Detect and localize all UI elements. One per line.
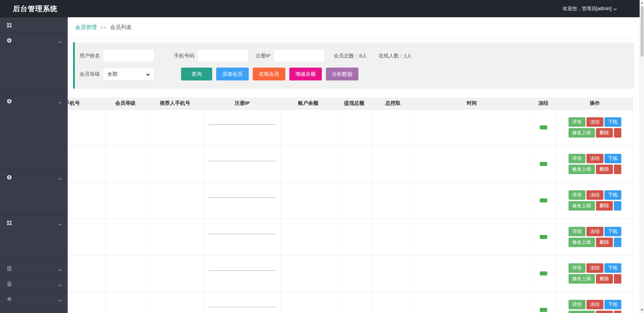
phone-label: 手机号码 xyxy=(174,53,194,59)
time-cell xyxy=(414,109,530,146)
chevron-down-icon xyxy=(146,71,150,77)
referrer-cell xyxy=(146,255,204,292)
offline-button[interactable]: 下线 xyxy=(604,263,621,273)
status-badge[interactable] xyxy=(540,125,547,129)
sidebar-item[interactable] xyxy=(0,17,68,32)
phone-input[interactable] xyxy=(197,49,249,62)
detail-button[interactable]: 详情 xyxy=(569,154,585,163)
scrollbar-down-arrow[interactable] xyxy=(640,308,644,313)
agent-toggle-button[interactable] xyxy=(614,311,621,313)
freeze-button[interactable]: 冻结 xyxy=(586,154,603,163)
chevron-icon xyxy=(58,39,62,44)
ip-location xyxy=(204,307,280,313)
agent-toggle-button[interactable] xyxy=(614,165,621,174)
sidebar-item[interactable] xyxy=(0,215,68,230)
offline-button[interactable]: 下线 xyxy=(604,227,621,236)
sidebar-item[interactable] xyxy=(0,109,68,124)
agent-toggle-button[interactable] xyxy=(614,274,621,284)
delete-button[interactable]: 删除 xyxy=(596,165,613,174)
sidebar-item[interactable] xyxy=(0,245,68,261)
freeze-button[interactable]: 冻结 xyxy=(586,190,603,200)
sidebar-item[interactable] xyxy=(0,93,68,109)
sidebar-item[interactable] xyxy=(0,139,68,154)
modify-superior-button[interactable]: 修改上级 xyxy=(569,201,595,211)
header-phone: 手机号 xyxy=(68,97,105,109)
offline-button[interactable]: 下线 xyxy=(604,300,621,309)
sidebar-item[interactable] xyxy=(0,124,68,139)
freeze-button[interactable]: 冻结 xyxy=(586,300,603,309)
breadcrumb-parent-link[interactable]: 会员管理 xyxy=(75,24,97,31)
agent-toggle-button[interactable] xyxy=(614,201,621,211)
detail-button[interactable]: 详情 xyxy=(569,263,585,273)
status-badge[interactable] xyxy=(540,271,547,275)
register-ip-cell xyxy=(204,109,280,146)
phone-cell xyxy=(68,255,105,292)
chevron-icon xyxy=(58,221,62,227)
yen-icon xyxy=(7,99,12,104)
member-level-cell xyxy=(105,255,146,292)
delete-button[interactable]: 删除 xyxy=(596,311,613,313)
sidebar-item[interactable] xyxy=(0,78,68,93)
offline-button[interactable]: 下线 xyxy=(604,190,621,200)
detail-button[interactable]: 详情 xyxy=(569,227,585,236)
chevron-icon xyxy=(58,267,62,272)
agent-toggle-button[interactable] xyxy=(614,128,621,138)
member-level-select[interactable]: 全部 xyxy=(103,68,154,80)
scrollbar-thumb[interactable] xyxy=(641,6,644,57)
modify-superior-button[interactable]: 修改上级 xyxy=(569,274,595,284)
sidebar-item[interactable] xyxy=(0,261,68,276)
sidebar-item[interactable] xyxy=(0,230,68,245)
modify-superior-button[interactable]: 修改上级 xyxy=(569,238,595,247)
add-member-button[interactable]: 添加会员 xyxy=(216,68,249,80)
analyze-data-button[interactable]: 分析数据 xyxy=(326,68,358,80)
yen-icon xyxy=(7,175,12,180)
header-mined-total: 总挖取 xyxy=(372,97,414,109)
sidebar-item[interactable] xyxy=(0,276,68,291)
status-badge[interactable] xyxy=(540,308,547,312)
sidebar-item[interactable] xyxy=(0,291,68,306)
delete-button[interactable]: 删除 xyxy=(596,201,613,211)
adjust-balance-button[interactable]: 增减余额 xyxy=(289,68,322,80)
delete-button[interactable]: 删除 xyxy=(596,238,613,247)
header-register-ip: 注册IP xyxy=(204,97,280,109)
phone-cell xyxy=(68,219,105,255)
delete-button[interactable]: 删除 xyxy=(596,128,613,138)
sidebar-item[interactable] xyxy=(0,185,68,200)
scrollbar-up-arrow[interactable] xyxy=(640,0,644,5)
modify-superior-button[interactable]: 修改上级 xyxy=(569,165,595,174)
vertical-scrollbar[interactable] xyxy=(640,0,644,313)
sidebar-item[interactable] xyxy=(0,169,68,185)
freeze-button[interactable]: 冻结 xyxy=(586,117,603,127)
modify-superior-button[interactable]: 修改上级 xyxy=(569,311,595,313)
sidebar-item[interactable] xyxy=(0,32,68,48)
username-input[interactable] xyxy=(103,49,154,62)
sidebar-item[interactable] xyxy=(0,154,68,169)
ip-location xyxy=(204,198,280,207)
freeze-button[interactable]: 冻结 xyxy=(586,227,603,236)
detail-button[interactable]: 详情 xyxy=(569,300,585,309)
register-ip-cell xyxy=(204,146,280,182)
sidebar-item[interactable] xyxy=(0,200,68,215)
status-badge[interactable] xyxy=(540,235,547,239)
register-ip-cell xyxy=(204,292,280,313)
delete-button[interactable]: 删除 xyxy=(596,274,613,284)
sidebar-item[interactable] xyxy=(0,48,68,63)
agent-toggle-button[interactable] xyxy=(614,238,621,247)
offline-button[interactable]: 下线 xyxy=(604,154,621,163)
online-members-button[interactable]: 在线会员 xyxy=(253,68,285,80)
status-badge[interactable] xyxy=(540,198,547,202)
status-badge[interactable] xyxy=(540,162,547,166)
detail-button[interactable]: 详情 xyxy=(569,190,585,200)
search-button[interactable]: 查询 xyxy=(181,68,212,80)
modify-superior-button[interactable]: 修改上级 xyxy=(569,128,595,138)
register-ip-cell xyxy=(204,182,280,219)
balance-cell xyxy=(280,292,336,313)
offline-button[interactable]: 下线 xyxy=(604,117,621,127)
detail-button[interactable]: 详情 xyxy=(569,117,585,127)
freeze-button[interactable]: 冻结 xyxy=(586,263,603,273)
filter-panel: 用户姓名 手机号码 注册IP 会员总数：8人 在线人数：1人 会员等级 全部 xyxy=(73,42,634,89)
welcome-dropdown[interactable]: 欢迎您，管理员[admin] xyxy=(563,6,617,12)
sidebar-item[interactable] xyxy=(0,63,68,78)
register-ip-input[interactable] xyxy=(273,49,325,62)
sidebar-nav xyxy=(0,17,68,307)
